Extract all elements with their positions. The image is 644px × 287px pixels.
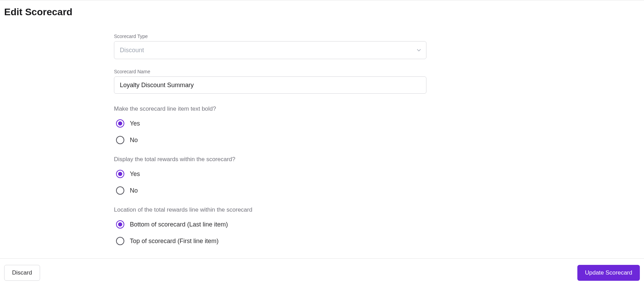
radio-label: Top of scorecard (First line item) — [130, 238, 219, 245]
radio-icon — [116, 136, 124, 144]
discard-button[interactable]: Discard — [4, 265, 40, 281]
radio-label: Yes — [130, 170, 140, 178]
radio-icon — [116, 119, 124, 128]
display-total-option-yes[interactable]: Yes — [116, 170, 426, 178]
bold-question-label: Make the scorecard line item text bold? — [114, 105, 426, 112]
page-title: Edit Scorecard — [0, 0, 644, 18]
scorecard-type-select[interactable]: Discount — [114, 41, 426, 59]
radio-icon — [116, 237, 124, 245]
radio-icon — [116, 186, 124, 195]
scorecard-name-label: Scorecard Name — [114, 69, 426, 74]
radio-label: Bottom of scorecard (Last line item) — [130, 221, 228, 228]
bold-option-yes[interactable]: Yes — [116, 119, 426, 128]
display-total-question-label: Display the total rewards within the sco… — [114, 156, 426, 163]
bold-option-no[interactable]: No — [116, 136, 426, 144]
location-option-bottom[interactable]: Bottom of scorecard (Last line item) — [116, 220, 426, 229]
radio-label: Yes — [130, 120, 140, 127]
scorecard-name-input[interactable] — [114, 76, 426, 94]
display-total-option-no[interactable]: No — [116, 186, 426, 195]
radio-label: No — [130, 187, 138, 194]
footer-bar: Discard Update Scorecard — [0, 258, 644, 287]
location-question-label: Location of the total rewards line withi… — [114, 206, 426, 213]
update-scorecard-button[interactable]: Update Scorecard — [577, 265, 640, 281]
location-option-top[interactable]: Top of scorecard (First line item) — [116, 237, 426, 245]
scorecard-type-label: Scorecard Type — [114, 34, 426, 39]
radio-icon — [116, 220, 124, 229]
radio-icon — [116, 170, 124, 178]
radio-label: No — [130, 137, 138, 144]
